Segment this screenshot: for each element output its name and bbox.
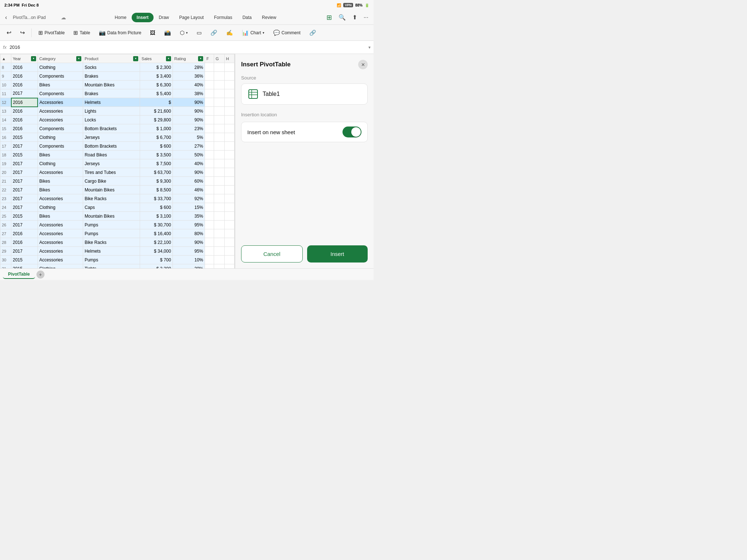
- cell-category[interactable]: Accessories: [38, 229, 83, 238]
- cell-sales[interactable]: $ 33,700: [140, 194, 173, 203]
- cell-product[interactable]: Jerseys: [83, 133, 140, 142]
- cell-year[interactable]: 2016: [11, 72, 38, 81]
- col-header-category[interactable]: Category ▾: [38, 54, 83, 63]
- cell-sales[interactable]: $ 6,300: [140, 81, 173, 89]
- cell-product[interactable]: Bike Racks: [83, 238, 140, 247]
- cell-product[interactable]: Helmets: [83, 98, 140, 107]
- cell-rating[interactable]: 35%: [173, 212, 205, 221]
- cell-year[interactable]: 2015: [11, 133, 38, 142]
- formula-chevron[interactable]: ▾: [368, 45, 371, 50]
- table-row[interactable]: 212017BikesCargo Bike$ 9,30060%: [0, 177, 235, 186]
- cell-product[interactable]: Locks: [83, 116, 140, 124]
- cell-year[interactable]: 2016: [11, 107, 38, 116]
- cell-rating[interactable]: 40%: [173, 81, 205, 89]
- cell-category[interactable]: Bikes: [38, 81, 83, 89]
- cell-year[interactable]: 2015: [11, 151, 38, 159]
- tab-data[interactable]: Data: [237, 13, 257, 22]
- sales-filter-btn[interactable]: ▾: [166, 56, 171, 61]
- cell-rating[interactable]: 28%: [173, 63, 205, 72]
- redo-button[interactable]: ↪: [16, 28, 28, 38]
- cell-product[interactable]: Tights: [83, 264, 140, 269]
- cell-rating[interactable]: 90%: [173, 107, 205, 116]
- cell-year[interactable]: 2017: [11, 177, 38, 186]
- cell-year[interactable]: 2016: [11, 63, 38, 72]
- cell-year[interactable]: 2016: [11, 124, 38, 133]
- excel-icon[interactable]: ⊞: [325, 13, 333, 22]
- cell-category[interactable]: Components: [38, 89, 83, 98]
- cell-product[interactable]: Bottom Brackets: [83, 142, 140, 151]
- cell-sales[interactable]: $ 63,700: [140, 168, 173, 177]
- insert-button[interactable]: Insert: [307, 245, 368, 262]
- cell-category[interactable]: Components: [38, 72, 83, 81]
- cell-sales[interactable]: $ 30,700: [140, 221, 173, 229]
- cell-rating[interactable]: 90%: [173, 116, 205, 124]
- cell-year[interactable]: 2016: [11, 116, 38, 124]
- cell-year[interactable]: 2015: [11, 212, 38, 221]
- tab-insert[interactable]: Insert: [132, 13, 154, 22]
- col-header-rating[interactable]: Rating ▾: [173, 54, 205, 63]
- cell-sales[interactable]: $ 3,400: [140, 72, 173, 81]
- cell-category[interactable]: Clothing: [38, 159, 83, 168]
- cell-category[interactable]: Bikes: [38, 177, 83, 186]
- cell-rating[interactable]: 30%: [173, 264, 205, 269]
- cell-sales[interactable]: $ 22,100: [140, 238, 173, 247]
- product-filter-btn[interactable]: ▾: [133, 56, 138, 61]
- table-row[interactable]: 252015BikesMountain Bikes$ 3,10035%: [0, 212, 235, 221]
- formula-input[interactable]: [9, 44, 365, 50]
- cell-sales[interactable]: $ 21,600: [140, 107, 173, 116]
- cell-product[interactable]: Cargo Bike: [83, 177, 140, 186]
- cell-year[interactable]: 2017: [11, 247, 38, 256]
- tab-page-layout[interactable]: Page Layout: [174, 13, 209, 22]
- cell-year[interactable]: 2016: [11, 81, 38, 89]
- cell-category[interactable]: Clothing: [38, 264, 83, 269]
- cell-rating[interactable]: 90%: [173, 168, 205, 177]
- col-header-sales[interactable]: Sales ▾: [140, 54, 173, 63]
- cell-product[interactable]: Pumps: [83, 221, 140, 229]
- cell-product[interactable]: Jerseys: [83, 159, 140, 168]
- cell-sales[interactable]: $ 16,400: [140, 229, 173, 238]
- cell-sales[interactable]: $ 2,300: [140, 63, 173, 72]
- cell-year[interactable]: 2015: [11, 256, 38, 264]
- text-box-button[interactable]: ▭: [193, 28, 205, 38]
- cell-category[interactable]: Accessories: [38, 116, 83, 124]
- cell-category[interactable]: Bikes: [38, 186, 83, 194]
- cell-sales[interactable]: $ 3,300: [140, 264, 173, 269]
- cell-year[interactable]: 2015: [11, 264, 38, 269]
- cell-rating[interactable]: 92%: [173, 194, 205, 203]
- table-row[interactable]: 232017AccessoriesBike Racks$ 33,70092%: [0, 194, 235, 203]
- table-row[interactable]: 242017ClothingCaps$ 60015%: [0, 203, 235, 212]
- cell-rating[interactable]: 95%: [173, 221, 205, 229]
- cell-rating[interactable]: 90%: [173, 98, 205, 107]
- tab-formulas[interactable]: Formulas: [209, 13, 237, 22]
- insert-on-new-sheet-toggle[interactable]: [342, 127, 361, 137]
- rating-filter-btn[interactable]: ▾: [198, 56, 203, 61]
- cell-product[interactable]: Mountain Bikes: [83, 81, 140, 89]
- col-header-product[interactable]: Product ▾: [83, 54, 140, 63]
- cell-category[interactable]: Accessories: [38, 194, 83, 203]
- cell-year[interactable]: 2016: [11, 238, 38, 247]
- cell-category[interactable]: Accessories: [38, 247, 83, 256]
- cell-category[interactable]: Accessories: [38, 107, 83, 116]
- cancel-button[interactable]: Cancel: [241, 245, 303, 262]
- cell-sales[interactable]: $ 8,500: [140, 186, 173, 194]
- camera-button[interactable]: 📸: [160, 28, 175, 38]
- cell-rating[interactable]: 90%: [173, 238, 205, 247]
- cell-year[interactable]: 2016: [11, 229, 38, 238]
- table-row[interactable]: 222017BikesMountain Bikes$ 8,50046%: [0, 186, 235, 194]
- cell-sales[interactable]: $: [140, 98, 173, 107]
- cell-category[interactable]: Clothing: [38, 133, 83, 142]
- cell-rating[interactable]: 15%: [173, 203, 205, 212]
- panel-close-button[interactable]: ✕: [358, 60, 368, 69]
- cell-product[interactable]: Bottom Brackets: [83, 124, 140, 133]
- cell-product[interactable]: Pumps: [83, 256, 140, 264]
- cell-sales[interactable]: $ 6,700: [140, 133, 173, 142]
- search-button[interactable]: 🔍: [337, 13, 347, 22]
- cell-rating[interactable]: 40%: [173, 159, 205, 168]
- cell-sales[interactable]: $ 600: [140, 203, 173, 212]
- cell-category[interactable]: Bikes: [38, 212, 83, 221]
- col-header-year[interactable]: Year ▾: [11, 54, 38, 63]
- table-row[interactable]: 202017AccessoriesTires and Tubes$ 63,700…: [0, 168, 235, 177]
- table-row[interactable]: 132016AccessoriesLights$ 21,60090%: [0, 107, 235, 116]
- cell-rating[interactable]: 27%: [173, 142, 205, 151]
- pivot-table-button[interactable]: ⊞ PivotTable: [35, 28, 68, 38]
